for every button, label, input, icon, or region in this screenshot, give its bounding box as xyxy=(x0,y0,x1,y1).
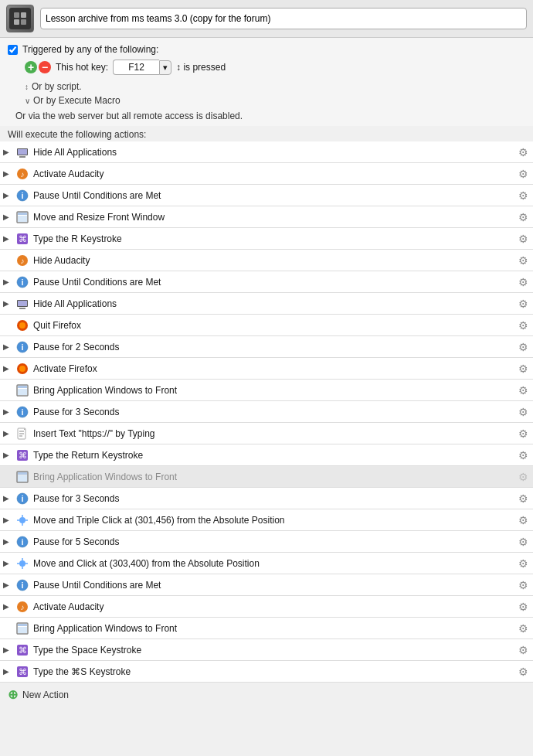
action-gear-icon[interactable]: ⚙ xyxy=(518,622,528,635)
action-gear-icon[interactable]: ⚙ xyxy=(518,298,528,310)
action-gear-icon[interactable]: ⚙ xyxy=(518,514,528,526)
svg-rect-13 xyxy=(18,216,27,222)
action-label: Pause Until Conditions are Met xyxy=(33,277,515,288)
action-row[interactable]: Bring Application Windows to Front⚙ xyxy=(0,618,533,639)
action-label: Hide Audacity xyxy=(33,255,515,266)
macro-title-input[interactable]: Lesson archive from ms teams 3.0 (copy f… xyxy=(40,8,527,29)
action-row[interactable]: ▶⌘Type the Return Keystroke⚙ xyxy=(0,444,533,466)
action-gear-icon[interactable]: ⚙ xyxy=(518,254,528,267)
or-by-execute-macro-row[interactable]: ∨ Or by Execute Macro xyxy=(25,94,518,107)
action-row[interactable]: ▶Activate Firefox⚙ xyxy=(0,358,533,380)
action-row[interactable]: ▶iPause Until Conditions are Met⚙ xyxy=(0,574,533,596)
web-server-row: Or via the web server but all remote acc… xyxy=(8,109,525,123)
action-gear-icon[interactable]: ⚙ xyxy=(518,427,528,440)
action-gear-icon[interactable]: ⚙ xyxy=(518,319,528,332)
action-row[interactable]: ▶Move and Click at (303,400) from the Ab… xyxy=(0,553,533,574)
hotkey-key: F12 xyxy=(113,60,159,75)
action-expand-icon[interactable]: ▶ xyxy=(3,342,15,351)
action-expand-icon[interactable]: ▶ xyxy=(3,364,15,373)
action-row[interactable]: ▶iPause for 2 Seconds⚙ xyxy=(0,336,533,358)
action-label: Pause for 2 Seconds xyxy=(33,342,515,352)
action-gear-icon[interactable]: ⚙ xyxy=(518,644,528,656)
action-gear-icon[interactable]: ⚙ xyxy=(518,211,528,223)
action-row[interactable]: ▶⌘Type the Space Keystroke⚙ xyxy=(0,639,533,661)
action-expand-icon[interactable]: ▶ xyxy=(3,581,15,589)
action-gear-icon[interactable]: ⚙ xyxy=(518,579,528,591)
action-gear-icon[interactable]: ⚙ xyxy=(518,146,528,158)
action-gear-icon[interactable]: ⚙ xyxy=(518,557,528,570)
action-expand-icon[interactable]: ▶ xyxy=(3,234,15,243)
execute-macro-triangle-icon: ∨ xyxy=(25,97,30,105)
action-expand-icon[interactable]: ▶ xyxy=(3,451,15,459)
new-action-row[interactable]: ⊕ New Action xyxy=(0,683,533,707)
action-expand-icon[interactable]: ▶ xyxy=(3,602,15,611)
action-row[interactable]: ♪Hide Audacity⚙ xyxy=(0,250,533,271)
action-expand-icon[interactable]: ▶ xyxy=(3,667,15,676)
action-expand-icon[interactable]: ▶ xyxy=(3,148,15,156)
action-row[interactable]: ▶Move and Resize Front Window⚙ xyxy=(0,206,533,228)
action-row[interactable]: ▶iPause Until Conditions are Met⚙ xyxy=(0,271,533,293)
action-row[interactable]: ▶Hide All Applications⚙ xyxy=(0,293,533,315)
action-row[interactable]: ▶♪Activate Audacity⚙ xyxy=(0,163,533,185)
svg-rect-1 xyxy=(21,12,26,18)
action-gear-icon[interactable]: ⚙ xyxy=(518,536,528,548)
remove-trigger-button[interactable]: − xyxy=(39,61,51,73)
add-trigger-button[interactable]: + xyxy=(25,61,37,73)
action-row[interactable]: ▶iPause for 5 Seconds⚙ xyxy=(0,531,533,553)
action-gear-icon[interactable]: ⚙ xyxy=(518,449,528,461)
action-gear-icon[interactable]: ⚙ xyxy=(518,601,528,613)
action-expand-icon[interactable]: ▶ xyxy=(3,494,15,502)
action-row[interactable]: ▶⌘Type the R Keystroke⚙ xyxy=(0,228,533,250)
action-icon: i xyxy=(15,492,29,506)
action-row[interactable]: ▶Hide All Applications⚙ xyxy=(0,141,533,163)
action-expand-icon[interactable]: ▶ xyxy=(3,429,15,438)
action-gear-icon[interactable]: ⚙ xyxy=(518,666,528,678)
svg-text:⌘: ⌘ xyxy=(19,234,27,243)
action-gear-icon[interactable]: ⚙ xyxy=(518,406,528,418)
action-row[interactable]: ▶Move and Triple Click at (301,456) from… xyxy=(0,509,533,531)
action-expand-icon[interactable]: ▶ xyxy=(3,278,15,286)
svg-rect-63 xyxy=(18,624,27,626)
action-row[interactable]: ▶⌘Type the ⌘S Keystroke⚙ xyxy=(0,661,533,683)
action-gear-icon[interactable]: ⚙ xyxy=(518,168,528,180)
action-gear-icon[interactable]: ⚙ xyxy=(518,384,528,397)
action-label: Hide All Applications xyxy=(33,298,515,309)
action-gear-icon[interactable]: ⚙ xyxy=(518,276,528,288)
svg-text:i: i xyxy=(21,581,23,590)
action-expand-icon[interactable]: ▶ xyxy=(3,191,15,199)
action-expand-icon[interactable]: ▶ xyxy=(3,559,15,567)
action-gear-icon[interactable]: ⚙ xyxy=(518,492,528,505)
action-label: Move and Resize Front Window xyxy=(33,212,515,223)
action-row[interactable]: Bring Application Windows to Front⚙ xyxy=(0,466,533,488)
action-gear-icon[interactable]: ⚙ xyxy=(518,189,528,202)
action-row[interactable]: ▶Insert Text "https://" by Typing⚙ xyxy=(0,423,533,444)
action-label: Hide All Applications xyxy=(33,147,515,158)
action-row[interactable]: Quit Firefox⚙ xyxy=(0,315,533,336)
action-row[interactable]: ▶♪Activate Audacity⚙ xyxy=(0,596,533,618)
actions-list: ▶Hide All Applications⚙▶♪Activate Audaci… xyxy=(0,141,533,683)
action-icon: ♪ xyxy=(15,167,29,181)
action-expand-icon[interactable]: ▶ xyxy=(3,213,15,221)
svg-point-28 xyxy=(19,366,25,372)
action-row[interactable]: ▶iPause Until Conditions are Met⚙ xyxy=(0,185,533,206)
action-gear-icon[interactable]: ⚙ xyxy=(518,471,528,483)
action-row[interactable]: ▶iPause for 3 Seconds⚙ xyxy=(0,401,533,423)
action-gear-icon[interactable]: ⚙ xyxy=(518,341,528,353)
hotkey-dropdown-btn[interactable]: ▾ xyxy=(159,60,171,75)
triggered-label: Triggered by any of the following: xyxy=(22,44,158,55)
action-expand-icon[interactable]: ▶ xyxy=(3,516,15,524)
action-expand-icon[interactable]: ▶ xyxy=(3,169,15,178)
action-expand-icon[interactable]: ▶ xyxy=(3,645,15,654)
svg-text:i: i xyxy=(21,342,23,352)
triggered-checkbox[interactable] xyxy=(8,45,18,55)
action-expand-icon[interactable]: ▶ xyxy=(3,407,15,416)
action-expand-icon[interactable]: ▶ xyxy=(3,537,15,546)
action-label: Insert Text "https://" by Typing xyxy=(33,428,515,439)
action-row[interactable]: ▶iPause for 3 Seconds⚙ xyxy=(0,488,533,509)
or-by-script-row[interactable]: ↕ Or by script. xyxy=(25,80,518,94)
svg-text:i: i xyxy=(21,537,23,547)
action-gear-icon[interactable]: ⚙ xyxy=(518,363,528,375)
action-row[interactable]: Bring Application Windows to Front⚙ xyxy=(0,380,533,401)
action-gear-icon[interactable]: ⚙ xyxy=(518,233,528,245)
action-expand-icon[interactable]: ▶ xyxy=(3,299,15,308)
